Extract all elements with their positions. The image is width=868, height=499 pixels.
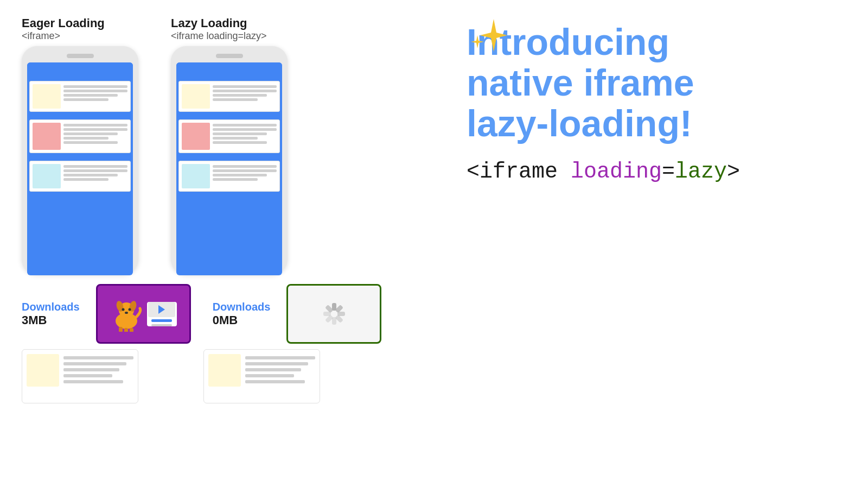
code-equals-part: = [662,160,675,184]
lazy-iframe-preview [286,284,381,344]
screen-top-bar-eager [27,62,133,78]
card-line [63,98,108,101]
svg-marker-0 [480,19,507,52]
lazy-subtitle: <iframe loading=lazy> [171,30,267,42]
lazy-label: Lazy Loading <iframe loading=lazy> [171,16,267,42]
play-triangle [158,305,165,314]
card-image-blue-eager [33,164,61,188]
eager-iframe-preview [96,284,191,344]
bottom-card-line [245,356,315,359]
card-line [63,124,127,127]
svg-marker-1 [471,35,484,48]
card-line [63,128,127,131]
code-lazy-part: lazy [675,160,727,184]
phones-row: Eager Loading <iframe> [22,16,434,274]
bottom-card-line [245,368,301,371]
card-line [63,174,118,176]
downloads-row: Downloads 3MB [22,284,434,344]
lazy-downloads-info: Downloads 0MB [213,301,271,327]
card-line [213,178,258,181]
lazy-downloads-size: 0MB [213,313,271,327]
phone-notch-eager [67,54,94,58]
card-image-yellow-lazy [182,84,210,109]
divider-1-lazy [178,115,280,116]
eager-subtitle: <iframe> [22,30,105,42]
svg-rect-11 [130,328,133,332]
code-angle-part: > [727,160,740,184]
svg-rect-10 [124,328,128,332]
screen-top-bar-lazy [176,62,282,78]
card-line [63,137,108,140]
eager-phone-frame [22,46,138,274]
main-container: Eager Loading <iframe> [0,0,868,499]
lazy-title: Lazy Loading [171,16,267,30]
code-loading-part: loading [571,160,662,184]
screen-card-1-lazy [178,81,280,112]
card-image-blue-lazy [182,164,210,188]
eager-downloads-info: Downloads 3MB [22,301,80,327]
headline-line1: Introducing [467,22,846,62]
headline-line2: native iframe [467,62,846,103]
screen-card-3-lazy [178,161,280,192]
screen-card-1-eager [29,81,131,112]
bottom-card-line [245,380,305,383]
svg-rect-9 [119,327,123,332]
card-line [213,141,267,144]
card-line [63,141,118,144]
eager-label: Eager Loading <iframe> [22,16,105,42]
eager-bottom-card [22,349,138,403]
bottom-cards-row [22,349,434,403]
sparkle-decoration [464,16,513,65]
card-line [213,94,267,97]
card-line [213,169,277,172]
eager-title: Eager Loading [22,16,105,30]
lazy-phone-frame [171,46,288,274]
screen-card-3-eager [29,161,131,192]
screen-card-2-lazy [178,119,280,153]
card-lines-1-eager [63,84,127,101]
card-image-red-eager [33,123,61,150]
card-lines-3-lazy [213,164,277,181]
card-line [63,169,127,172]
lazy-column: Lazy Loading <iframe loading=lazy> [171,16,288,274]
card-line [213,90,277,92]
diagrams-section: Eager Loading <iframe> [22,16,434,403]
bottom-card-line [63,368,119,371]
card-line [213,98,258,101]
card-line [63,90,127,92]
video-icon-box [147,302,177,326]
svg-point-8 [125,312,128,314]
svg-point-6 [122,308,124,311]
svg-point-7 [128,308,131,311]
bottom-card-line [245,362,308,365]
card-line [63,132,118,135]
lazy-bottom-card [203,349,320,403]
divider-2-lazy [178,156,280,157]
card-image-red-lazy [182,123,210,150]
card-line [213,85,277,88]
card-line [213,174,267,176]
lazy-phone-screen [176,62,282,275]
loading-spinner-icon [315,295,353,333]
card-lines-1-lazy [213,84,277,101]
eager-iframe-content [110,296,177,332]
lazy-downloads-label: Downloads [213,301,271,313]
card-line [213,128,277,131]
bottom-card-line [63,356,133,359]
bottom-card-lines-eager [63,354,133,399]
card-line [213,165,277,168]
divider-1-eager [29,115,131,116]
bottom-card-line [245,374,294,377]
card-line [63,85,127,88]
bottom-card-line [63,362,126,365]
eager-column: Eager Loading <iframe> [22,16,138,274]
card-lines-2-lazy [213,123,277,144]
screen-card-2-eager [29,119,131,153]
eager-downloads-size: 3MB [22,313,80,327]
svg-rect-18 [323,312,331,316]
bottom-card-image-lazy [208,354,241,387]
card-lines-2-eager [63,123,127,144]
svg-rect-12 [332,303,336,311]
bottom-card-line [63,374,112,377]
video-bar-2 [151,324,172,326]
